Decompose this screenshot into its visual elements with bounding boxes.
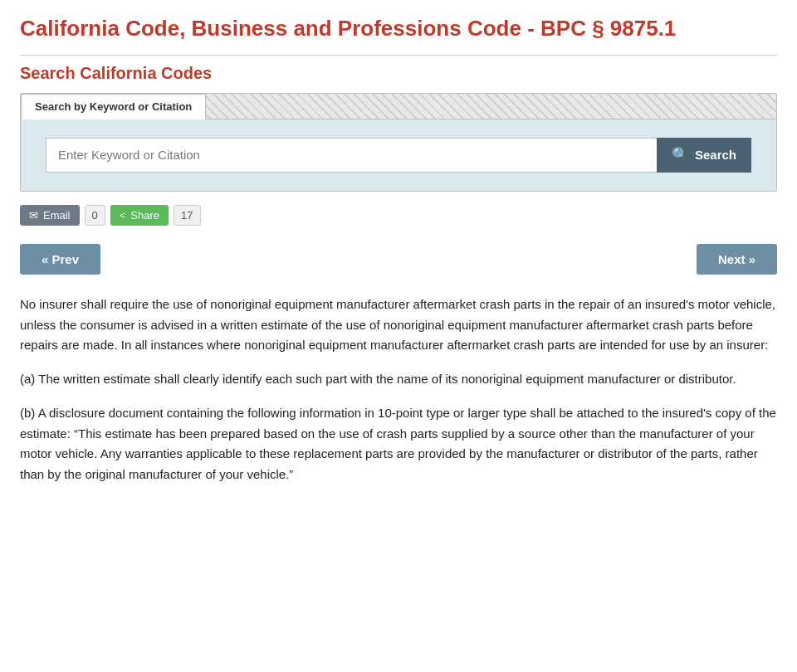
law-paragraph: No insurer shall require the use of nono…: [20, 295, 777, 356]
search-body: 🔍 Search: [21, 119, 776, 191]
share-button[interactable]: < Share: [110, 205, 169, 226]
search-input[interactable]: [46, 138, 657, 173]
law-paragraph: (b) A disclosure document containing the…: [20, 403, 777, 485]
next-button[interactable]: Next »: [697, 244, 777, 275]
email-button-label: Email: [43, 209, 71, 222]
search-icon: 🔍: [672, 146, 689, 163]
navigation-bar: « Prev Next »: [20, 244, 777, 275]
search-button[interactable]: 🔍 Search: [657, 138, 751, 173]
prev-button[interactable]: « Prev: [20, 244, 100, 275]
search-tabs-wrapper: Search by Keyword or Citation 🔍 Search: [20, 93, 777, 192]
email-icon: ✉: [29, 209, 38, 222]
email-count-badge: 0: [85, 205, 105, 226]
social-bar: ✉ Email 0 < Share 17: [20, 205, 777, 226]
tab-bar: Search by Keyword or Citation: [21, 94, 776, 119]
share-icon: <: [120, 209, 126, 222]
share-button-label: Share: [130, 209, 159, 222]
email-button[interactable]: ✉ Email: [20, 205, 80, 226]
search-section-heading: Search California Codes: [20, 64, 777, 83]
search-button-label: Search: [695, 148, 736, 162]
divider-1: [20, 55, 777, 56]
law-paragraph: (a) The written estimate shall clearly i…: [20, 369, 777, 390]
law-text-body: No insurer shall require the use of nono…: [20, 295, 777, 485]
tab-keyword-citation[interactable]: Search by Keyword or Citation: [21, 94, 206, 119]
page-title: California Code, Business and Profession…: [20, 15, 777, 43]
share-count-badge: 17: [174, 205, 200, 226]
